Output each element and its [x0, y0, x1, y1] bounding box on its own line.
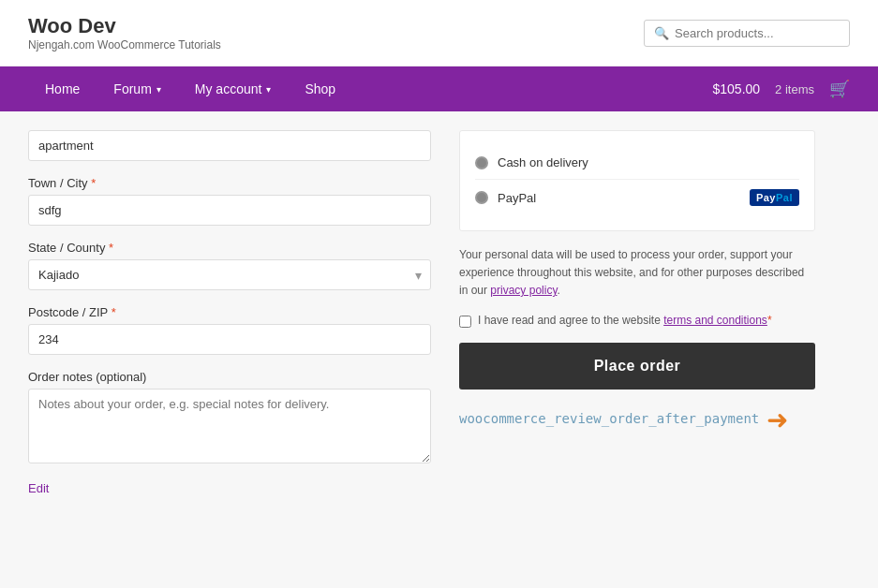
- nav-left: Home Forum ▾ My account ▾ Shop: [28, 66, 352, 111]
- nav-item-forum[interactable]: Forum ▾: [97, 66, 177, 111]
- search-bar[interactable]: 🔍: [644, 20, 850, 47]
- order-notes-label: Order notes (optional): [28, 370, 431, 384]
- payment-option-cod: Cash on delivery: [475, 146, 799, 180]
- terms-link[interactable]: terms and conditions: [663, 314, 767, 327]
- site-tagline: Njengah.com WooCommerce Tutorials: [28, 38, 221, 51]
- myaccount-dropdown-icon: ▾: [266, 84, 271, 95]
- terms-text: I have read and agree to the website ter…: [478, 314, 772, 327]
- nav-item-myaccount[interactable]: My account ▾: [178, 66, 289, 111]
- site-header: Woo Dev Njengah.com WooCommerce Tutorial…: [0, 0, 878, 66]
- hook-annotation: woocommerce_review_order_after_payment ➜: [459, 404, 815, 435]
- apartment-input[interactable]: [28, 130, 431, 161]
- left-column: Town / City * State / County * Kajiado N…: [28, 130, 431, 495]
- postcode-input[interactable]: [28, 324, 431, 355]
- town-city-label: Town / City *: [28, 176, 431, 190]
- site-nav: Home Forum ▾ My account ▾ Shop $105.00 2…: [0, 66, 878, 111]
- search-input[interactable]: [675, 26, 840, 40]
- state-county-select[interactable]: Kajiado Nairobi Mombasa Kisumu: [28, 259, 431, 290]
- edit-link[interactable]: Edit: [28, 481, 431, 495]
- nav-item-home[interactable]: Home: [28, 66, 97, 111]
- site-title: Woo Dev: [28, 14, 221, 38]
- postcode-field-group: Postcode / ZIP *: [28, 305, 431, 355]
- nav-item-shop[interactable]: Shop: [288, 66, 352, 111]
- state-county-select-wrapper: Kajiado Nairobi Mombasa Kisumu ▾: [28, 259, 431, 290]
- state-county-required: *: [109, 241, 113, 255]
- town-city-required: *: [91, 176, 96, 190]
- terms-required: *: [767, 314, 772, 327]
- town-city-field-group: Town / City *: [28, 176, 431, 226]
- cart-count: 2 items: [775, 82, 814, 96]
- place-order-button[interactable]: Place order: [459, 343, 815, 390]
- state-county-label: State / County *: [28, 241, 431, 255]
- main-content: Town / City * State / County * Kajiado N…: [0, 111, 878, 523]
- hook-text: woocommerce_review_order_after_payment: [459, 410, 759, 429]
- privacy-policy-link[interactable]: privacy policy: [490, 284, 557, 297]
- right-column: Cash on delivery PayPal PayPal Your pers…: [459, 130, 815, 495]
- site-branding: Woo Dev Njengah.com WooCommerce Tutorial…: [28, 14, 221, 51]
- arrow-right-icon: ➜: [766, 404, 788, 435]
- postcode-label: Postcode / ZIP *: [28, 305, 431, 319]
- postcode-required: *: [112, 305, 116, 319]
- nav-right: $105.00 2 items 🛒: [712, 79, 850, 99]
- order-notes-field-group: Order notes (optional): [28, 370, 431, 466]
- payment-option-paypal: PayPal PayPal: [475, 180, 799, 215]
- cart-total: $105.00: [712, 81, 760, 96]
- payment-label-paypal: PayPal: [498, 191, 740, 205]
- forum-dropdown-icon: ▾: [156, 84, 161, 95]
- town-city-input[interactable]: [28, 195, 431, 226]
- payment-radio-paypal[interactable]: [475, 191, 488, 204]
- paypal-logo: PayPal: [750, 189, 799, 206]
- privacy-note: Your personal data will be used to proce…: [459, 246, 815, 301]
- payment-section: Cash on delivery PayPal PayPal: [459, 130, 815, 231]
- cart-icon[interactable]: 🛒: [829, 79, 850, 99]
- terms-row: I have read and agree to the website ter…: [459, 314, 815, 328]
- state-county-field-group: State / County * Kajiado Nairobi Mombasa…: [28, 241, 431, 290]
- apartment-field-group: [28, 130, 431, 161]
- search-icon: 🔍: [654, 26, 669, 40]
- terms-checkbox[interactable]: [459, 316, 471, 328]
- payment-radio-cod[interactable]: [475, 156, 488, 169]
- order-notes-textarea[interactable]: [28, 389, 431, 463]
- payment-label-cod: Cash on delivery: [498, 155, 799, 169]
